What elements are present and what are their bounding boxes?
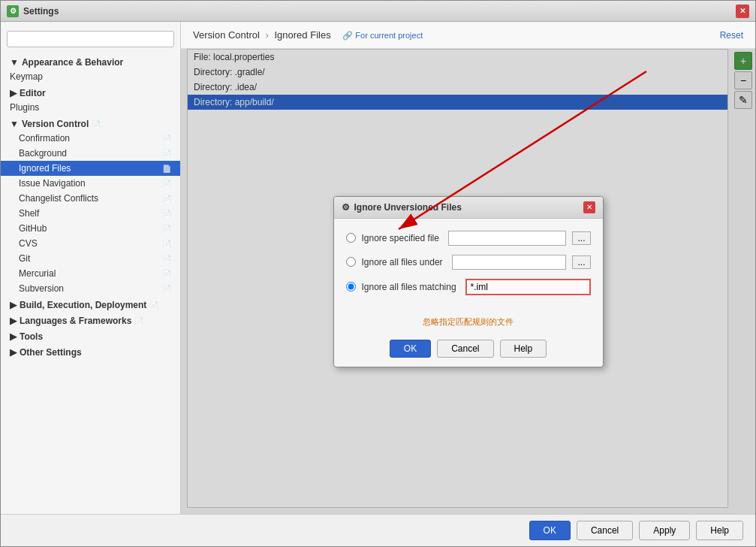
dialog-ok-button[interactable]: OK	[390, 340, 431, 358]
sidebar-item-issue-navigation[interactable]: Issue Navigation 📄	[1, 176, 180, 191]
settings-icon: ⚙	[7, 5, 19, 17]
radio-row-1: Ignore specified file ...	[346, 231, 591, 246]
title-bar: ⚙ Settings ✕	[1, 1, 755, 22]
icon-right: 📄	[162, 285, 171, 293]
search-box	[7, 31, 174, 47]
opt2-input[interactable]	[452, 255, 567, 270]
title-bar-left: ⚙ Settings	[7, 5, 59, 17]
bottom-bar: OK Cancel Apply Help	[1, 514, 755, 546]
sidebar-item-label: GitHub	[19, 223, 47, 234]
apply-button[interactable]: Apply	[639, 521, 690, 540]
sidebar-item-ignored-files[interactable]: Ignored Files 📄	[1, 161, 180, 176]
icon-right: 📄	[149, 301, 158, 310]
radio-label-1[interactable]: Ignore specified file	[362, 233, 439, 243]
arrow-icon: ▶	[10, 316, 17, 326]
arrow-icon: ▶	[10, 347, 17, 358]
icon-right: 📄	[162, 225, 171, 233]
sidebar-item-confirmation[interactable]: Confirmation 📄	[1, 131, 180, 146]
sidebar-item-plugins[interactable]: Plugins	[1, 100, 180, 115]
radio-row-2: Ignore all files under ...	[346, 255, 591, 270]
ok-button[interactable]: OK	[529, 521, 571, 540]
breadcrumb-part2: Ignored Files	[274, 29, 330, 41]
cancel-button[interactable]: Cancel	[577, 521, 633, 540]
opt1-browse-button[interactable]: ...	[572, 231, 590, 245]
dialog-footer: OK Cancel Help	[334, 334, 603, 367]
sidebar-item-subversion[interactable]: Subversion 📄	[1, 281, 180, 296]
dialog-overlay: ⚙ Ignore Unversioned Files ✕ Ignore spec…	[181, 49, 755, 514]
breadcrumb: Version Control › Ignored Files 🔗 For cu…	[193, 29, 423, 41]
arrow-icon: ▼	[10, 119, 19, 129]
sidebar-item-label: Ignored Files	[19, 163, 71, 174]
sidebar-item-label: Plugins	[10, 102, 39, 113]
radio-row-3: Ignore all files matching	[346, 279, 591, 295]
arrow-icon: ▶	[10, 331, 17, 342]
project-link[interactable]: 🔗 For current project	[342, 31, 423, 40]
sidebar-item-label: Git	[19, 253, 30, 264]
sidebar-item-cvs[interactable]: CVS 📄	[1, 236, 180, 251]
sidebar-item-label: Tools	[20, 331, 43, 342]
icon-right: 📄	[162, 270, 171, 278]
sidebar: ▼ Appearance & Behavior Keymap ▶ Editor …	[1, 22, 181, 514]
main-area: + − ✎ File: local.properties Directory: …	[181, 49, 755, 514]
sidebar-item-git[interactable]: Git 📄	[1, 251, 180, 266]
dialog-title-label: Ignore Unversioned Files	[354, 202, 462, 213]
arrow-icon: ▶	[10, 88, 17, 98]
search-input[interactable]	[7, 31, 174, 47]
radio-option-3[interactable]	[346, 282, 356, 292]
dialog-title-text: ⚙ Ignore Unversioned Files	[342, 202, 462, 213]
dialog-hint: 忽略指定匹配规则的文件	[334, 316, 603, 334]
sidebar-item-appearance[interactable]: ▼ Appearance & Behavior	[1, 53, 180, 69]
sidebar-item-label: Build, Execution, Deployment	[20, 300, 146, 310]
sidebar-item-label: Other Settings	[20, 347, 82, 358]
reset-button[interactable]: Reset	[720, 30, 743, 41]
icon-right: 📄	[134, 317, 143, 325]
dialog-close-button[interactable]: ✕	[583, 201, 595, 213]
sidebar-item-background[interactable]: Background 📄	[1, 146, 180, 161]
icon-right: 📄	[162, 240, 171, 248]
sidebar-item-tools[interactable]: ▶ Tools	[1, 328, 180, 343]
sidebar-item-github[interactable]: GitHub 📄	[1, 221, 180, 236]
content-area: ▼ Appearance & Behavior Keymap ▶ Editor …	[1, 22, 755, 514]
sidebar-item-editor[interactable]: ▶ Editor	[1, 84, 180, 100]
sidebar-item-label: Background	[19, 148, 67, 159]
sidebar-item-build[interactable]: ▶ Build, Execution, Deployment 📄	[1, 296, 180, 312]
icon-right: 📄	[162, 195, 171, 203]
close-button[interactable]: ✕	[736, 5, 749, 18]
sidebar-item-label: Shelf	[19, 208, 39, 219]
sidebar-item-label: Languages & Frameworks	[20, 316, 131, 326]
icon-right: 📄	[92, 120, 101, 128]
arrow-icon: ▼	[10, 57, 19, 68]
sidebar-item-label: Keymap	[10, 71, 43, 82]
window-title: Settings	[23, 6, 59, 17]
icon-right: 📄	[162, 134, 171, 143]
radio-label-2[interactable]: Ignore all files under	[362, 257, 443, 267]
sidebar-item-changelist-conflicts[interactable]: Changelist Conflicts 📄	[1, 191, 180, 206]
sidebar-item-languages[interactable]: ▶ Languages & Frameworks 📄	[1, 312, 180, 328]
radio-option-2[interactable]	[346, 257, 356, 267]
sidebar-item-label: Appearance & Behavior	[22, 57, 123, 68]
dialog: ⚙ Ignore Unversioned Files ✕ Ignore spec…	[333, 196, 604, 367]
sidebar-item-mercurial[interactable]: Mercurial 📄	[1, 266, 180, 281]
sidebar-item-other[interactable]: ▶ Other Settings	[1, 343, 180, 359]
opt3-input[interactable]	[465, 279, 591, 295]
sidebar-item-label: Subversion	[19, 283, 64, 294]
dialog-icon: ⚙	[342, 202, 350, 213]
dialog-cancel-button[interactable]: Cancel	[437, 340, 493, 358]
sidebar-item-label: Issue Navigation	[19, 178, 86, 189]
sidebar-item-label: Confirmation	[19, 133, 70, 144]
sidebar-item-label: Editor	[20, 88, 46, 98]
sidebar-item-shelf[interactable]: Shelf 📄	[1, 206, 180, 221]
main-panel: Version Control › Ignored Files 🔗 For cu…	[181, 22, 755, 514]
dialog-help-button[interactable]: Help	[500, 340, 547, 358]
radio-option-1[interactable]	[346, 233, 356, 243]
help-button[interactable]: Help	[696, 521, 743, 540]
sidebar-item-label: Version Control	[22, 119, 89, 129]
sidebar-item-keymap[interactable]: Keymap	[1, 69, 180, 84]
opt1-input[interactable]	[448, 231, 567, 246]
radio-label-3[interactable]: Ignore all files matching	[362, 282, 456, 292]
breadcrumb-separator: ›	[266, 29, 269, 41]
sidebar-item-label: Mercurial	[19, 268, 56, 279]
opt2-browse-button[interactable]: ...	[572, 255, 590, 269]
sidebar-item-version-control[interactable]: ▼ Version Control 📄	[1, 115, 180, 131]
icon-right: 📄	[162, 210, 171, 218]
